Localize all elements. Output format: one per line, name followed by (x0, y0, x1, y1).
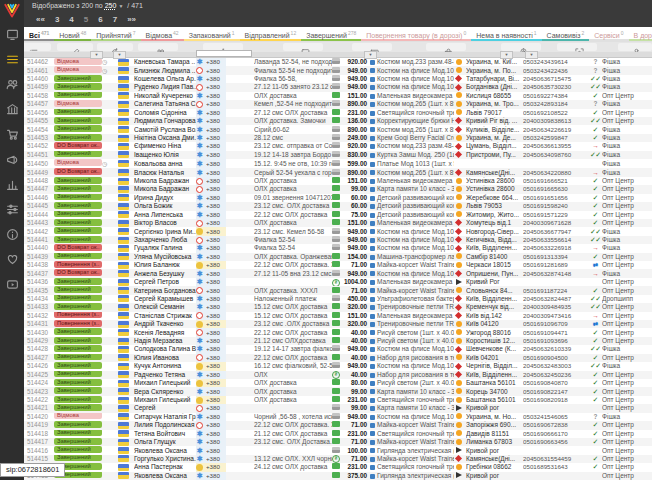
customer-name[interactable]: Сергей Петров (134, 278, 196, 286)
delivery-address[interactable]: Київ, Відділенн... (466, 371, 523, 379)
delivery-address[interactable]: Камянське(Дні... (466, 455, 523, 463)
order-status-cell[interactable]: Завершений (54, 404, 102, 412)
order-id[interactable]: 514446 (24, 194, 54, 202)
product-cell[interactable]: Майка-корсет Waist Trainer *142... (370, 438, 454, 446)
delivery-address[interactable]: Кислиця 68655 (466, 92, 523, 100)
delivery-address[interactable]: Украина, м. Тро... (466, 100, 523, 108)
order-row[interactable]: 514419 Завершений ◷ Лилия Подолинская +3… (24, 421, 652, 429)
product-cell[interactable]: Майка-корсет Waist Trainer *142... (370, 421, 454, 429)
order-status-cell[interactable]: Відмова (54, 159, 102, 168)
order-row[interactable]: 514430 Завершений ◷ Ксенія Левадняя +380… (24, 328, 652, 336)
order-id[interactable]: 514432 (24, 312, 54, 320)
customer-name[interactable]: Кучук Антонина (134, 362, 196, 370)
order-comment[interactable]: 23.12 смс .ОЛХ доставка (254, 320, 332, 328)
customer-name[interactable]: Уляна Мусійовська (134, 253, 196, 261)
customer-phone[interactable]: +380 (206, 269, 226, 277)
customer-phone[interactable]: +380 (206, 185, 226, 193)
order-status-cell[interactable]: Завершений (54, 117, 102, 125)
order-row[interactable]: 514415 Завершений ◷ Горгулько Христина..… (24, 455, 652, 463)
status-tab[interactable]: Нема в наявності1 (471, 27, 541, 41)
order-comment[interactable]: 15.12 смс ОЛХ доставка (254, 303, 332, 311)
order-id[interactable]: 514430 (24, 329, 54, 337)
delivery-address[interactable]: Украина, м. Киї... (466, 58, 523, 66)
tracking-number[interactable]: 0501690663456 (523, 438, 589, 446)
delivery-address[interactable]: Коростишів 12... (466, 337, 523, 345)
product-cell[interactable]: Набор для рисования в темнот... (370, 371, 454, 379)
customer-phone[interactable]: +380 (206, 446, 226, 454)
order-status-cell[interactable]: DO Возврат ок.. (54, 168, 102, 176)
product-cell[interactable]: Маленькая видеокамера SQ8 *... (370, 312, 454, 320)
order-comment[interactable]: Кемел ,52-54 не подходит (254, 100, 332, 108)
order-id[interactable]: 514416 (24, 447, 54, 455)
customer-phone[interactable]: +380 (206, 328, 226, 336)
monitor-icon[interactable] (0, 22, 24, 47)
customer-phone[interactable]: +380 (206, 303, 226, 311)
order-status-cell[interactable]: Завершений (54, 185, 102, 193)
order-status-cell[interactable]: Завершений (54, 328, 102, 336)
delivery-address[interactable]: Устинівка 28600 (466, 177, 523, 185)
order-id[interactable]: 514422 (24, 396, 54, 404)
customer-phone[interactable]: +380 (206, 109, 226, 117)
product-cell[interactable]: Маленькая видеокамера SQ8 *... (370, 92, 454, 100)
order-id[interactable]: 514439 (24, 253, 54, 261)
delivery-address[interactable]: Жеребкове 664... (466, 194, 523, 202)
order-id[interactable]: 514426 (24, 362, 54, 370)
order-row[interactable]: 514420 Відмова ◷ Ситарчук Наталія Гр.. +… (24, 413, 652, 421)
tracking-number[interactable]: 0501691093696 (523, 337, 589, 345)
customer-name[interactable]: Ситарчук Наталія Гр.. (134, 413, 196, 421)
product-cell[interactable]: Костюм на флисе Мод.1014 (1ш... (370, 228, 454, 236)
payment-filter-dropdown[interactable]: ▼ (364, 51, 377, 59)
order-id[interactable]: 514433 (24, 303, 54, 311)
customer-phone[interactable]: +380 (206, 194, 226, 202)
order-comment[interactable]: 23.12 смс. ОЛХ доставка (254, 202, 332, 210)
page-number[interactable]: 6 (98, 12, 102, 27)
tracking-number[interactable]: 0501691665630 (523, 185, 589, 193)
order-id[interactable]: 514434 (24, 295, 54, 303)
customer-name[interactable]: Анна Липенська (134, 211, 196, 219)
order-row[interactable]: 514453 Завершений ◷ Нікітіна Оксана Дми.… (24, 134, 652, 142)
tracking-number[interactable]: 0501690666170 (523, 430, 589, 438)
delivery-address[interactable]: Кривий Ріг від. ... (466, 117, 523, 125)
product-cell[interactable]: Крем Goqi Berry Facial Cream *3... (370, 134, 454, 142)
order-row[interactable]: 514442 Завершений ◷ Сергієнко Ірина Ми..… (24, 227, 652, 235)
order-comment[interactable]: 19.12 14-17 завтра фіалковий,... (254, 345, 332, 353)
customer-phone[interactable]: +380 (206, 362, 226, 370)
customer-name[interactable]: Людмила Гончарова (134, 117, 196, 125)
tracking-number[interactable]: 0501690904500 (523, 354, 589, 362)
customer-phone[interactable]: +380 (206, 134, 226, 142)
customer-name[interactable]: Соломія Сідоніна (134, 109, 196, 117)
order-row[interactable]: 514439 Завершений ◷ Уляна Мусійовська +3… (24, 253, 652, 261)
product-cell[interactable]: Светящийся гоночный трек Ма... (370, 463, 454, 471)
delivery-address[interactable]: Баштанка 56101 (466, 379, 523, 387)
product-cell[interactable]: Тренировочные петли TRX Train... (370, 303, 454, 311)
product-cell[interactable]: Костюм на флисе Мод.1014 (1ш... (370, 270, 454, 278)
tracking-number[interactable]: 0501691666521 (523, 177, 589, 185)
order-comment[interactable]: 21.12 смс ОЛХдоставка (254, 337, 332, 345)
order-comment[interactable]: ОЛХ доставка (254, 177, 332, 185)
order-id[interactable]: 514437 (24, 270, 54, 278)
status-tab[interactable]: Сервіси0 (589, 27, 628, 41)
order-row[interactable]: 514425 Завершений ◷ Радченко Тетяна +380… (24, 371, 652, 379)
order-comment[interactable]: 27.12 11-05 занято 23.12 смс ... (254, 83, 332, 91)
delivery-address[interactable]: Київ, Відділенн... (466, 244, 523, 252)
app-logo[interactable] (0, 0, 24, 22)
order-status-cell[interactable]: Завершений (54, 236, 102, 244)
product-cell[interactable]: Гирлянда электрическая (100 л... (370, 447, 454, 455)
order-id[interactable]: 514443 (24, 219, 54, 227)
order-status-cell[interactable]: Відмова (54, 66, 102, 74)
order-row[interactable]: 514437 DO Возврат ок.. ◷ Анжела Безушку … (24, 269, 652, 277)
order-status-cell[interactable]: Завершений (54, 83, 102, 91)
customer-name[interactable]: Микола Бадражан (134, 177, 196, 185)
delivery-address[interactable]: Татарбунари, Ві... (466, 75, 523, 83)
product-cell[interactable]: Детский развивающий констру... (370, 202, 454, 210)
customer-phone[interactable]: +380 (206, 168, 226, 176)
delivery-address[interactable]: Украина, м. Но... (466, 413, 523, 421)
order-id[interactable]: 514459 (24, 83, 54, 91)
order-id[interactable]: 514417 (24, 438, 54, 446)
delivery-address[interactable]: Богданівка (Дні... (466, 83, 523, 91)
customer-phone[interactable]: +380 (206, 177, 226, 185)
delivery-address[interactable]: Новгород-Сівер... (466, 228, 523, 236)
order-id[interactable]: 514452 (24, 142, 54, 150)
order-id[interactable]: 514453 (24, 134, 54, 142)
product-cell[interactable]: Майка-корсет Waist Trainer *142... (370, 261, 454, 269)
